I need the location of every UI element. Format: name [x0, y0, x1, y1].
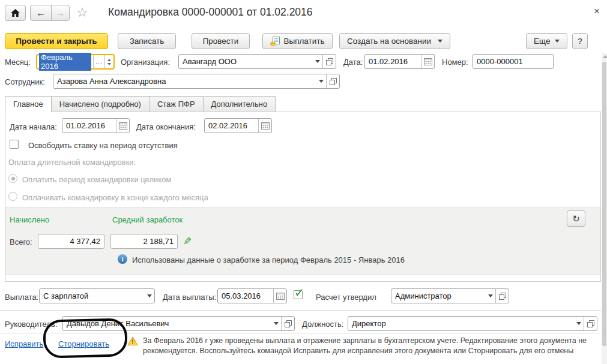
open-icon	[499, 293, 506, 300]
calendar-icon	[424, 58, 432, 65]
tab-accrued-detail[interactable]: Начислено (подробно)	[51, 96, 149, 112]
calendar-button[interactable]	[258, 119, 271, 133]
scrollbar-up-icon[interactable]	[603, 55, 607, 58]
employee-combobox[interactable]: Азарова Анна Александровна	[53, 74, 340, 89]
help-button[interactable]: ?	[572, 33, 588, 49]
payment-select[interactable]: С зарплатой	[39, 288, 155, 303]
calendar-button[interactable]	[273, 289, 286, 303]
accrued-total-field[interactable]: 4 377,42	[38, 234, 104, 249]
page-title: Командировка 0000-000001 от 01.02.2016	[108, 6, 313, 19]
open-item-button[interactable]	[326, 74, 339, 88]
end-date-field[interactable]: 02.02.2016	[204, 118, 272, 133]
open-icon	[587, 320, 594, 327]
back-icon: ←	[36, 8, 46, 19]
open-icon	[330, 78, 337, 85]
dropdown-arrow-icon[interactable]	[316, 74, 326, 88]
create-on-basis-button[interactable]: Создать на основании	[339, 33, 450, 49]
number-value[interactable]: 0000-000001	[473, 55, 553, 68]
payment-label: Выплата:	[5, 293, 38, 302]
spinner-down-icon[interactable]	[107, 63, 111, 65]
home-button[interactable]	[5, 5, 26, 21]
number-field[interactable]: 0000-000001	[473, 54, 554, 69]
write-button[interactable]: Записать	[118, 33, 176, 49]
month-field[interactable]: Февраль 2016 ...	[36, 54, 115, 70]
post-button[interactable]: Провести	[192, 33, 250, 49]
month-picker-button[interactable]: ...	[93, 55, 104, 68]
dropdown-arrow-icon[interactable]	[271, 317, 281, 330]
accrued-total-value: 4 377,42	[38, 234, 104, 248]
payment-date-field[interactable]: 05.03.2016	[217, 288, 287, 303]
position-value[interactable]: Директор	[348, 317, 573, 330]
date-value[interactable]: 01.02.2016	[365, 55, 421, 68]
dropdown-arrow-icon[interactable]	[144, 289, 154, 303]
pay-button[interactable]: Выплатить	[262, 33, 333, 49]
calendar-icon	[261, 122, 270, 130]
chevron-down-icon	[555, 40, 560, 43]
organization-combobox[interactable]: Авангард ООО	[178, 54, 336, 69]
date-label: Дата:	[343, 58, 363, 67]
refresh-button[interactable]: ↻	[567, 210, 585, 227]
approved-by-combobox[interactable]: Администратор	[391, 288, 509, 303]
close-icon[interactable]: ×	[594, 6, 600, 16]
date-field[interactable]: 01.02.2016	[364, 54, 435, 69]
average-earnings-value: 2 188,71	[111, 234, 177, 248]
open-icon	[326, 58, 333, 65]
calendar-button[interactable]	[116, 119, 129, 133]
employee-value[interactable]: Азарова Анна Александровна	[53, 74, 316, 88]
spinner-up-icon[interactable]	[107, 59, 111, 61]
forward-button[interactable]: →	[51, 5, 70, 21]
post-and-close-button[interactable]: Провести и закрыть	[5, 33, 108, 49]
tab-accrued-detail-label: Начислено (подробно)	[59, 100, 141, 109]
month-spinner[interactable]	[104, 55, 113, 68]
payment-value[interactable]: С зарплатой	[40, 289, 144, 303]
open-item-button[interactable]	[322, 55, 336, 68]
approved-checkbox[interactable]: ✓	[294, 290, 303, 299]
open-item-button[interactable]	[584, 317, 597, 330]
release-rate-label: Освободить ставку на период отсутствия	[28, 141, 178, 150]
more-button[interactable]: Еще	[526, 33, 567, 49]
start-date-value[interactable]: 01.02.2016	[62, 119, 116, 133]
scrollbar-thumb[interactable]	[602, 62, 606, 346]
tab-main-label: Главное	[13, 100, 43, 109]
open-item-button[interactable]	[495, 289, 509, 303]
dropdown-arrow-icon[interactable]	[312, 55, 322, 68]
dropdown-arrow-icon[interactable]	[573, 317, 584, 330]
calendar-icon	[119, 122, 127, 130]
dropdown-arrow-icon[interactable]	[485, 289, 495, 303]
hand-drawn-annotation	[43, 318, 128, 359]
history-nav: ← →	[30, 5, 70, 21]
radio-pay-monthly-label: Оплачивать командировку в конце каждого …	[22, 193, 208, 202]
start-date-field[interactable]: 01.02.2016	[62, 118, 130, 133]
checkmark-icon: ✓	[294, 287, 304, 299]
document-window: ← → ☆ Командировка 0000-000001 от 01.02.…	[0, 0, 607, 364]
open-icon	[285, 320, 292, 327]
favorite-star-icon[interactable]: ☆	[76, 6, 88, 19]
tab-additional[interactable]: Дополнительно	[203, 96, 276, 112]
forward-icon: →	[56, 8, 65, 19]
warning-message: За Февраль 2016 г уже проведены выплата …	[143, 336, 588, 356]
fix-link[interactable]: Исправить	[5, 339, 43, 348]
release-rate-checkbox[interactable]	[10, 140, 19, 149]
open-item-button[interactable]	[281, 317, 294, 330]
earnings-info-message: Использованы данные о заработке за перио…	[132, 255, 405, 264]
payment-date-value[interactable]: 05.03.2016	[218, 289, 273, 303]
start-date-label: Дата начала:	[10, 122, 57, 131]
organization-label: Организация:	[121, 58, 170, 67]
position-combobox[interactable]: Директор	[348, 316, 597, 331]
approved-by-value[interactable]: Администратор	[391, 289, 485, 303]
radio-pay-monthly[interactable]	[8, 192, 17, 201]
edit-pencil-icon[interactable]: ✎	[183, 235, 192, 248]
month-selected-text: Февраль 2016	[39, 53, 91, 71]
organization-value[interactable]: Авангард ООО	[179, 55, 312, 68]
number-label: Номер:	[442, 58, 468, 67]
tab-main[interactable]: Главное	[5, 96, 52, 112]
calendar-button[interactable]	[421, 55, 434, 68]
average-earnings-field[interactable]: 2 188,71	[110, 234, 178, 249]
end-date-value[interactable]: 02.02.2016	[205, 119, 258, 133]
tab-pfr-service[interactable]: Стаж ПФР	[149, 96, 204, 112]
radio-pay-whole[interactable]	[8, 174, 17, 183]
month-value[interactable]: Февраль 2016	[37, 55, 93, 68]
payment-date-label: Дата выплаты:	[163, 293, 216, 302]
back-button[interactable]: ←	[30, 5, 52, 21]
home-icon	[11, 9, 20, 17]
